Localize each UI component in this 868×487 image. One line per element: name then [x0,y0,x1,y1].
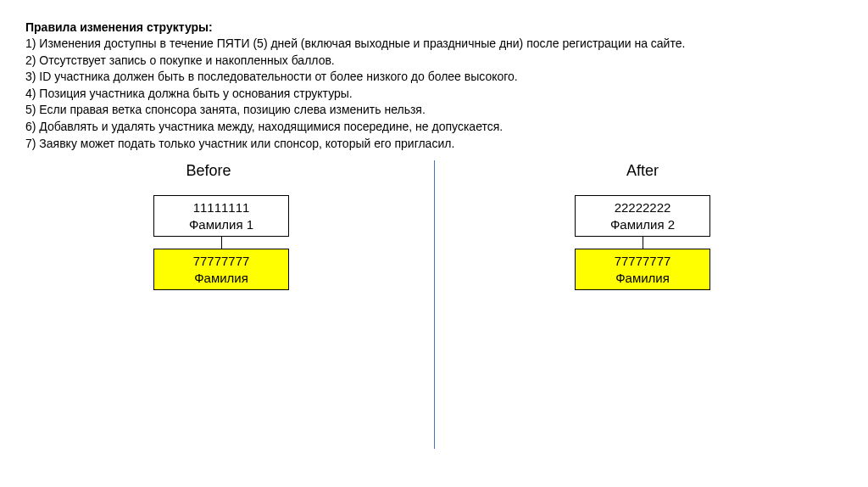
before-column: Before 11111111 Фамилия 1 77777777 Фамил… [0,160,434,290]
before-child-id: 77777777 [154,253,288,270]
before-parent-id: 11111111 [154,199,288,216]
before-child-node: 77777777 Фамилия [153,249,289,290]
rule-line: 3) ID участника должен быть в последоват… [25,69,843,86]
rule-line: 5) Если правая ветка спонсора занята, по… [25,102,843,119]
before-child-name: Фамилия [154,270,288,287]
after-child-id: 77777777 [576,253,709,270]
after-child-node: 77777777 Фамилия [575,249,710,290]
after-column: After 22222222 Фамилия 2 77777777 Фамили… [434,160,868,290]
after-parent-node: 22222222 Фамилия 2 [575,195,710,237]
rule-line: 6) Добавлять и удалять участника между, … [25,119,843,136]
diagram-area: Before 11111111 Фамилия 1 77777777 Фамил… [0,160,868,483]
connector-line [221,237,222,249]
connector-line [643,237,643,249]
before-title: Before [0,162,434,180]
after-child-name: Фамилия [576,270,709,287]
after-title: After [417,162,868,180]
rules-section: Правила изменения структуры: 1) Изменени… [0,0,868,160]
before-parent-name: Фамилия 1 [154,216,288,233]
before-parent-node: 11111111 Фамилия 1 [153,195,289,237]
rules-title: Правила изменения структуры: [25,20,843,34]
after-parent-id: 22222222 [576,199,709,216]
rule-line: 2) Отсутствует запись о покупке и накопл… [25,53,843,70]
rule-line: 4) Позиция участника должна быть у основ… [25,86,843,103]
rule-line: 7) Заявку может подать только участник и… [25,136,843,153]
after-parent-name: Фамилия 2 [576,216,709,233]
rule-line: 1) Изменения доступны в течение ПЯТИ (5)… [25,36,843,53]
